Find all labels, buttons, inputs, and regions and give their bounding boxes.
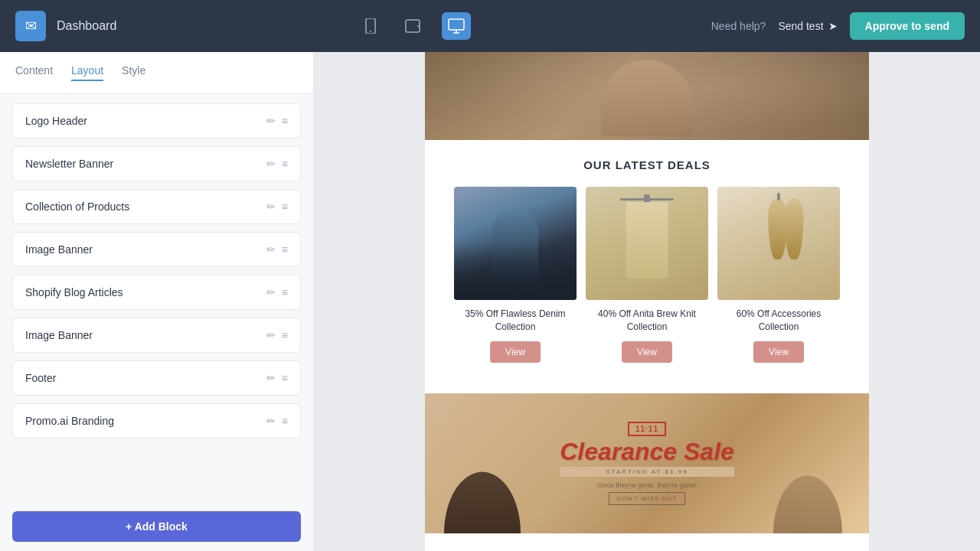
edit-icon[interactable]: ✏	[266, 415, 276, 427]
menu-icon[interactable]: ≡	[282, 415, 288, 427]
tab-style[interactable]: Style	[122, 64, 145, 81]
approve-label: Approve to send	[865, 20, 949, 32]
send-test-button[interactable]: Send test ➤	[778, 20, 837, 32]
menu-icon[interactable]: ≡	[282, 286, 288, 298]
deals-section: OUR LATEST DEALS 35% Off Flawless Denim …	[425, 140, 869, 393]
deal-card-2: 40% Off Anita Brew Knit Collection View	[586, 187, 708, 363]
sidebar-item-promo-branding[interactable]: Promo.ai Branding ✏ ≡	[12, 403, 301, 439]
svg-point-3	[417, 25, 419, 27]
menu-icon[interactable]: ≡	[282, 158, 288, 170]
mail-icon: ✉	[25, 18, 37, 34]
menu-icon[interactable]: ≡	[282, 201, 288, 213]
app-header: ✉ Dashboard Need help? Send test ➤ Appro…	[0, 0, 980, 52]
item-actions: ✏ ≡	[266, 329, 288, 341]
item-actions: ✏ ≡	[266, 243, 288, 256]
send-test-label: Send test	[778, 20, 823, 32]
deal-image-3	[717, 187, 840, 300]
device-switcher	[116, 12, 710, 40]
sidebar-tab-bar: Content Layout Style	[0, 52, 313, 94]
deal-image-2	[586, 187, 708, 300]
edit-icon[interactable]: ✏	[266, 286, 276, 298]
clearance-text-block: 11·11 Clearance Sale STARTING AT $1.99 O…	[560, 421, 734, 505]
tablet-device-btn[interactable]	[399, 12, 426, 40]
deal-label-2: 40% Off Anita Brew Knit Collection	[586, 308, 708, 334]
sidebar-item-label: Collection of Products	[25, 201, 129, 213]
clearance-subtitle: STARTING AT $1.99	[560, 467, 734, 477]
sidebar-item-label: Logo Header	[25, 115, 87, 127]
edit-icon[interactable]: ✏	[266, 243, 276, 256]
edit-icon[interactable]: ✏	[266, 329, 276, 341]
deal-view-btn-3[interactable]: View	[753, 341, 804, 363]
sidebar-item-label: Newsletter Banner	[25, 158, 113, 170]
email-preview: OUR LATEST DEALS 35% Off Flawless Denim …	[314, 52, 980, 551]
sidebar-item-label: Footer	[25, 372, 56, 384]
edit-icon[interactable]: ✏	[266, 372, 276, 384]
deal-label-1: 35% Off Flawless Denim Collection	[454, 308, 577, 334]
clearance-sale-title: Clearance Sale	[560, 439, 734, 464]
dashboard-title: Dashboard	[57, 19, 116, 33]
need-help-text: Need help?	[711, 20, 766, 32]
clearance-tag: 11·11	[628, 422, 666, 436]
edit-icon[interactable]: ✏	[266, 158, 276, 170]
hero-image	[425, 52, 869, 140]
deal-card-1: 35% Off Flawless Denim Collection View	[454, 187, 577, 363]
add-block-button[interactable]: + Add Block	[12, 511, 301, 542]
tab-layout[interactable]: Layout	[71, 64, 103, 81]
tab-content[interactable]: Content	[15, 64, 53, 81]
svg-rect-4	[449, 19, 464, 30]
header-actions: Need help? Send test ➤ Approve to send	[711, 12, 965, 40]
deals-title: OUR LATEST DEALS	[440, 158, 854, 171]
svg-point-1	[370, 31, 371, 32]
item-actions: ✏ ≡	[266, 372, 288, 384]
sidebar-footer: + Add Block	[0, 502, 313, 551]
sidebar-item-label: Image Banner	[25, 329, 93, 341]
deal-view-btn-1[interactable]: View	[490, 341, 541, 363]
item-actions: ✏ ≡	[266, 115, 288, 127]
sidebar-item-collection-of-products[interactable]: Collection of Products ✏ ≡	[12, 189, 301, 224]
menu-icon[interactable]: ≡	[282, 329, 288, 341]
menu-icon[interactable]: ≡	[282, 115, 288, 127]
deal-label-3: 60% Off Accessories Collection	[717, 308, 840, 334]
sidebar: Content Layout Style Logo Header ✏ ≡ New…	[0, 52, 314, 551]
deal-image-1	[454, 187, 577, 300]
app-logo: ✉	[15, 11, 46, 41]
sidebar-item-newsletter-banner[interactable]: Newsletter Banner ✏ ≡	[12, 146, 301, 181]
deal-card-3: 60% Off Accessories Collection View	[717, 187, 840, 363]
clearance-overlay: 11·11 Clearance Sale STARTING AT $1.99 O…	[425, 393, 869, 533]
sidebar-item-logo-header[interactable]: Logo Header ✏ ≡	[12, 103, 301, 139]
sidebar-item-image-banner-2[interactable]: Image Banner ✏ ≡	[12, 318, 301, 353]
item-actions: ✏ ≡	[266, 158, 288, 170]
main-content: Content Layout Style Logo Header ✏ ≡ New…	[0, 52, 980, 551]
sidebar-items-list: Logo Header ✏ ≡ Newsletter Banner ✏ ≡ Co…	[0, 94, 313, 502]
menu-icon[interactable]: ≡	[282, 372, 288, 384]
send-arrow-icon: ➤	[828, 20, 838, 32]
deals-grid: 35% Off Flawless Denim Collection View 4…	[440, 187, 854, 363]
menu-icon[interactable]: ≡	[282, 243, 288, 256]
clearance-urgency: Once they're gone, they're gone!	[560, 481, 734, 489]
sidebar-item-footer[interactable]: Footer ✏ ≡	[12, 360, 301, 396]
clearance-cta: DON'T MISS OUT	[609, 492, 686, 505]
item-actions: ✏ ≡	[266, 201, 288, 213]
sidebar-item-shopify-blog[interactable]: Shopify Blog Articles ✏ ≡	[12, 275, 301, 310]
edit-icon[interactable]: ✏	[266, 115, 276, 127]
sidebar-item-label: Shopify Blog Articles	[25, 286, 123, 298]
mobile-device-btn[interactable]	[358, 12, 384, 40]
item-actions: ✏ ≡	[266, 286, 288, 298]
deal-view-btn-2[interactable]: View	[622, 341, 672, 363]
sidebar-item-label: Promo.ai Branding	[25, 415, 114, 427]
clearance-banner: 11·11 Clearance Sale STARTING AT $1.99 O…	[425, 393, 869, 533]
email-canvas: OUR LATEST DEALS 35% Off Flawless Denim …	[425, 52, 869, 551]
sidebar-item-label: Image Banner	[25, 243, 93, 256]
sidebar-item-image-banner-1[interactable]: Image Banner ✏ ≡	[12, 232, 301, 267]
desktop-device-btn[interactable]	[442, 12, 471, 40]
item-actions: ✏ ≡	[266, 415, 288, 427]
edit-icon[interactable]: ✏	[266, 201, 276, 213]
approve-to-send-button[interactable]: Approve to send	[850, 12, 965, 40]
